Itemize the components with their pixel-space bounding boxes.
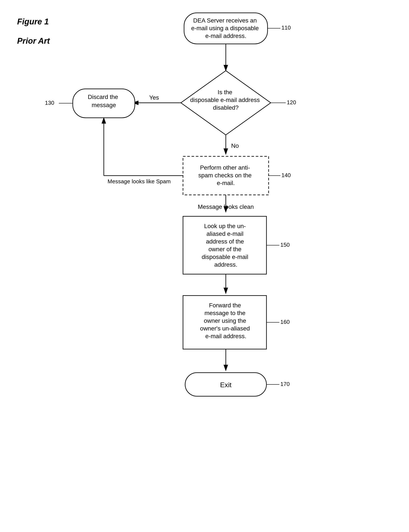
svg-text:120: 120 <box>287 99 296 105</box>
svg-text:150: 150 <box>280 242 289 248</box>
svg-text:Yes: Yes <box>149 94 159 101</box>
svg-text:110: 110 <box>281 24 291 31</box>
svg-text:No: No <box>231 142 239 149</box>
svg-text:160: 160 <box>280 319 289 325</box>
svg-text:130: 130 <box>45 100 54 106</box>
svg-text:Message looks clean: Message looks clean <box>198 203 254 210</box>
page: Figure 1 Prior Art DEA Server receives a… <box>0 0 409 532</box>
svg-text:Exit: Exit <box>220 381 231 389</box>
svg-text:140: 140 <box>281 172 291 178</box>
svg-text:Message looks like Spam: Message looks like Spam <box>108 178 171 185</box>
flowchart-svg: DEA Server receives an e-mail using a di… <box>0 0 409 532</box>
svg-text:170: 170 <box>280 381 289 387</box>
